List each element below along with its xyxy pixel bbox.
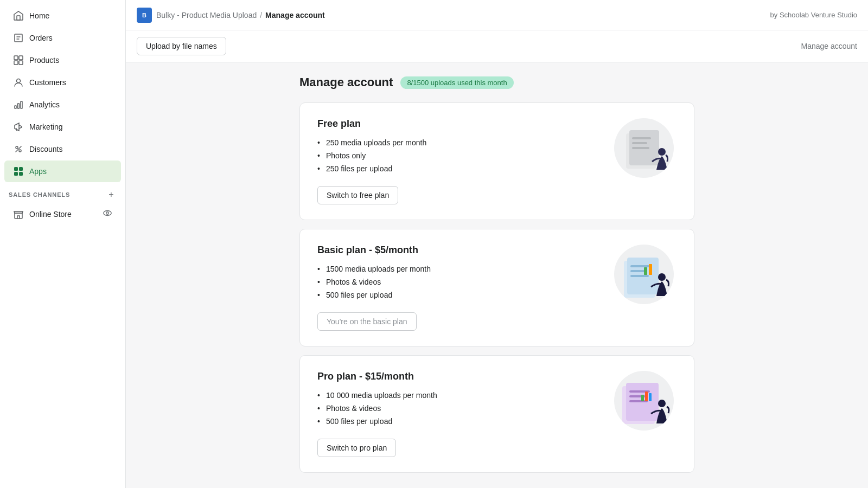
sidebar: Home Orders Products (0, 0, 126, 488)
pro-feature-2: Photos & videos (317, 404, 601, 413)
basic-plan-title: Basic plan - $5/month (317, 245, 601, 256)
svg-rect-11 (14, 167, 18, 171)
sidebar-item-label: Apps (29, 167, 47, 176)
svg-rect-3 (14, 61, 18, 65)
svg-rect-38 (649, 393, 652, 401)
svg-rect-1 (14, 56, 18, 60)
usage-badge: 8/1500 uploads used this month (400, 76, 513, 89)
sidebar-item-label: Products (29, 56, 59, 65)
orders-icon (13, 33, 24, 43)
switch-to-free-plan-button[interactable]: Switch to free plan (317, 186, 398, 204)
basic-feature-3: 500 files per upload (317, 291, 601, 299)
svg-point-5 (17, 79, 21, 83)
sidebar-item-label: Discounts (29, 145, 62, 153)
svg-rect-28 (644, 267, 647, 275)
svg-rect-13 (14, 172, 18, 176)
free-plan-title: Free plan (317, 118, 601, 130)
inner-content: Manage account 8/1500 uploads used this … (126, 62, 868, 488)
app-icon: B (137, 8, 152, 23)
online-store-label: Online Store (29, 210, 72, 219)
free-feature-1: 250 media uploads per month (317, 138, 601, 147)
free-feature-3: 250 files per upload (317, 164, 601, 173)
topbar-byline: by Schoolab Venture Studio (770, 11, 857, 19)
marketing-icon (13, 121, 24, 132)
page-heading-row: Manage account 8/1500 uploads used this … (299, 75, 694, 89)
page-title: Manage account (299, 75, 393, 89)
svg-rect-6 (15, 106, 16, 108)
sidebar-item-products[interactable]: Products (4, 49, 121, 71)
svg-rect-12 (19, 167, 23, 171)
svg-point-16 (106, 212, 109, 215)
breadcrumb: Bulky - Product Media Upload / Manage ac… (156, 11, 325, 20)
manage-account-link[interactable]: Manage account (801, 42, 857, 50)
switch-to-pro-plan-button[interactable]: Switch to pro plan (317, 439, 396, 457)
svg-rect-4 (19, 61, 23, 65)
svg-rect-20 (632, 142, 647, 144)
svg-rect-27 (630, 275, 649, 277)
sidebar-item-analytics[interactable]: Analytics (4, 94, 121, 115)
pro-feature-1: 10 000 media uploads per month (317, 391, 601, 400)
free-plan-illustration (611, 118, 676, 178)
svg-rect-0 (17, 16, 20, 20)
sidebar-item-apps[interactable]: Apps (4, 160, 121, 182)
add-sales-channel-button[interactable]: + (106, 189, 117, 200)
sidebar-item-orders[interactable]: Orders (4, 27, 121, 49)
sidebar-item-label: Marketing (29, 123, 62, 131)
svg-rect-35 (629, 400, 648, 402)
action-bar: Upload by file names Manage account (126, 30, 868, 62)
sidebar-item-marketing[interactable]: Marketing (4, 116, 121, 138)
sidebar-item-online-store[interactable]: Online Store (4, 203, 121, 225)
svg-rect-21 (632, 147, 649, 149)
svg-rect-25 (630, 265, 651, 267)
breadcrumb-app-name: Bulky - Product Media Upload (156, 11, 257, 20)
sidebar-item-customers[interactable]: Customers (4, 72, 121, 93)
topbar: B Bulky - Product Media Upload / Manage … (126, 0, 868, 30)
basic-plan-features: 1500 media uploads per month Photos & vi… (317, 265, 601, 299)
breadcrumb-current: Manage account (265, 11, 325, 20)
store-icon (13, 209, 24, 220)
svg-rect-19 (632, 137, 651, 139)
basic-feature-2: Photos & videos (317, 278, 601, 286)
svg-rect-36 (641, 395, 644, 401)
sidebar-item-home[interactable]: Home (4, 5, 121, 27)
main-content: B Bulky - Product Media Upload / Manage … (126, 0, 868, 488)
pro-plan-card: Pro plan - $15/month 10 000 media upload… (299, 355, 694, 473)
svg-rect-29 (649, 264, 652, 275)
basic-plan-illustration (611, 245, 676, 304)
current-plan-button: You're on the basic plan (317, 312, 417, 331)
svg-point-39 (658, 400, 666, 407)
sidebar-item-label: Orders (29, 34, 53, 42)
free-feature-2: Photos only (317, 151, 601, 160)
apps-icon (13, 166, 24, 177)
home-icon (13, 10, 24, 21)
sidebar-item-label: Analytics (29, 100, 60, 109)
sidebar-item-label: Home (29, 11, 49, 20)
sales-channels-section: SALES CHANNELS + (0, 183, 125, 202)
svg-point-30 (658, 273, 666, 281)
pro-feature-3: 500 files per upload (317, 417, 601, 426)
analytics-icon (13, 99, 24, 110)
page-content: Upload by file names Manage account Mana… (126, 30, 868, 488)
discounts-icon (13, 144, 24, 155)
pro-plan-illustration (611, 371, 676, 431)
basic-feature-1: 1500 media uploads per month (317, 265, 601, 273)
svg-rect-8 (21, 101, 22, 108)
breadcrumb-separator: / (260, 11, 262, 20)
svg-rect-2 (19, 56, 23, 60)
eye-icon[interactable] (103, 208, 112, 220)
svg-rect-14 (19, 172, 23, 176)
upload-by-file-names-button[interactable]: Upload by file names (137, 37, 226, 55)
svg-point-22 (658, 148, 666, 156)
products-icon (13, 55, 24, 66)
sidebar-item-label: Customers (29, 78, 66, 87)
svg-rect-7 (18, 104, 20, 108)
svg-point-10 (19, 150, 21, 152)
customers-icon (13, 77, 24, 88)
free-plan-card: Free plan 250 media uploads per month Ph… (299, 102, 694, 220)
sidebar-nav: Home Orders Products (0, 0, 125, 230)
free-plan-features: 250 media uploads per month Photos only … (317, 138, 601, 173)
sidebar-item-discounts[interactable]: Discounts (4, 138, 121, 160)
pro-plan-features: 10 000 media uploads per month Photos & … (317, 391, 601, 426)
pro-plan-title: Pro plan - $15/month (317, 371, 601, 382)
basic-plan-card: Basic plan - $5/month 1500 media uploads… (299, 229, 694, 346)
